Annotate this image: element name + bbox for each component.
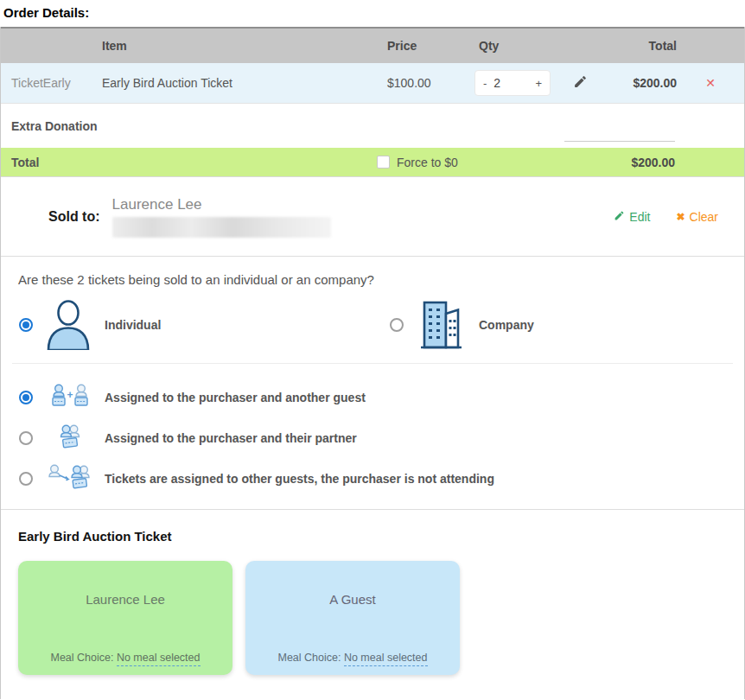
pencil-icon <box>573 74 588 92</box>
clear-x-icon: ✖ <box>676 211 685 223</box>
meal-choice-link[interactable]: No meal selected <box>117 652 201 666</box>
assignment-label-2: Assigned to the purchaser and their part… <box>105 431 357 445</box>
ticket-item-name: Early Bird Auction Ticket <box>92 76 381 90</box>
guest-card-guest[interactable]: A Guest Meal Choice: No meal selected <box>245 561 460 675</box>
meal-choice-label: Meal Choice: <box>277 652 341 664</box>
page-title: Order Details: <box>0 0 745 27</box>
table-row-ticket: TicketEarly Early Bird Auction Ticket $1… <box>1 63 744 104</box>
assignment-section: + Assigned to the purchaser and another … <box>1 364 744 510</box>
remove-x-icon: ✕ <box>705 76 716 90</box>
qty-increment-button[interactable]: + <box>535 77 542 90</box>
clear-button-label: Clear <box>690 210 718 224</box>
order-total-amount: $200.00 <box>631 156 744 169</box>
ticket-guests-section: Early Bird Auction Ticket Laurence Lee M… <box>1 510 744 699</box>
guest-card-purchaser[interactable]: Laurence Lee Meal Choice: No meal select… <box>18 561 232 675</box>
edit-qty-button[interactable] <box>561 74 600 92</box>
guest-name: Laurence Lee <box>86 592 165 607</box>
transfer-to-guests-icon <box>46 464 94 493</box>
meal-choice-label: Meal Choice: <box>50 652 113 664</box>
remove-item-button[interactable]: ✕ <box>677 76 744 90</box>
order-details-panel: Item Price Qty Total TicketEarly Early B… <box>0 27 745 699</box>
sold-to-section: Sold to: Laurence Lee Edit ✖ Clear <box>1 177 744 257</box>
assignment-radio-1[interactable] <box>19 391 33 404</box>
purchaser-type-section: Are these 2 tickets being sold to an ind… <box>1 257 744 364</box>
guest-name: A Guest <box>329 592 375 607</box>
qty-value[interactable]: 2 <box>493 76 500 90</box>
sold-to-label: Sold to: <box>48 209 100 225</box>
purchaser-type-question: Are these 2 tickets being sold to an ind… <box>1 272 744 287</box>
order-table-header: Item Price Qty Total <box>1 27 744 63</box>
edit-purchaser-button[interactable]: Edit <box>614 210 650 224</box>
company-radio[interactable] <box>390 318 404 332</box>
extra-donation-label: Extra Donation <box>11 119 98 133</box>
assignment-option-purchaser-and-partner[interactable]: Assigned to the purchaser and their part… <box>1 417 744 458</box>
assignment-radio-3[interactable] <box>19 472 33 486</box>
force-to-zero-label[interactable]: Force to $0 <box>397 156 458 169</box>
svg-text:+: + <box>67 388 73 400</box>
edit-pencil-icon <box>614 210 625 224</box>
redacted-address <box>112 217 331 238</box>
quantity-stepper[interactable]: - 2 + <box>474 70 551 96</box>
company-label: Company <box>479 318 534 332</box>
force-to-zero-checkbox[interactable] <box>377 156 390 169</box>
ticket-sku: TicketEarly <box>1 76 92 90</box>
clear-purchaser-button[interactable]: ✖ Clear <box>676 210 718 224</box>
person-icon <box>46 300 91 350</box>
assignment-radio-2[interactable] <box>19 431 33 445</box>
purchaser-plus-guest-icon: + <box>46 383 94 412</box>
edit-button-label: Edit <box>629 210 650 224</box>
individual-label: Individual <box>105 318 161 332</box>
qty-decrement-button[interactable]: - <box>483 77 487 90</box>
purchaser-name: Laurence Lee <box>112 196 331 213</box>
assignment-option-other-guests[interactable]: Tickets are assigned to other guests, th… <box>1 458 744 499</box>
company-icon <box>417 301 465 349</box>
meal-choice-link[interactable]: No meal selected <box>344 652 428 666</box>
assignment-label-1: Assigned to the purchaser and another gu… <box>105 391 366 404</box>
order-total-row: Total Force to $0 $200.00 <box>1 148 744 177</box>
extra-donation-input[interactable] <box>564 123 675 142</box>
ticket-line-total: $200.00 <box>600 76 677 90</box>
header-qty: Qty <box>468 39 600 53</box>
header-total: Total <box>600 39 677 53</box>
ticket-price: $100.00 <box>381 76 468 90</box>
total-label: Total <box>1 156 377 169</box>
couple-ticket-icon <box>46 423 94 453</box>
header-price: Price <box>381 39 468 53</box>
extra-donation-row: Extra Donation <box>1 104 744 148</box>
individual-radio[interactable] <box>19 318 33 332</box>
individual-option[interactable]: Individual <box>19 300 390 350</box>
header-item: Item <box>92 39 381 53</box>
ticket-type-title: Early Bird Auction Ticket <box>18 529 727 544</box>
assignment-option-purchaser-and-guest[interactable]: + Assigned to the purchaser and another … <box>1 377 744 417</box>
company-option[interactable]: Company <box>390 301 534 349</box>
assignment-label-3: Tickets are assigned to other guests, th… <box>105 472 494 486</box>
